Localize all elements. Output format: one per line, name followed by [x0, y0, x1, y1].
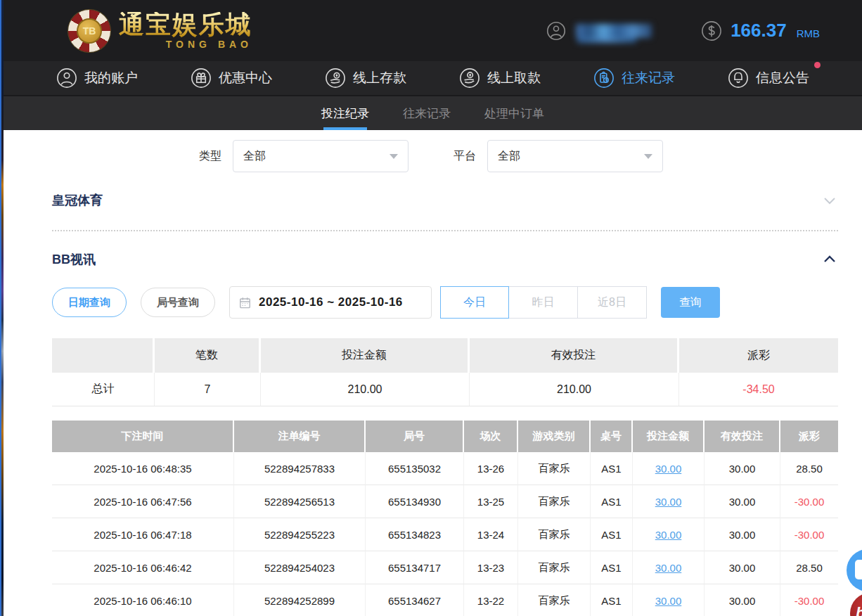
chat-icon: [855, 560, 862, 579]
col-header-session: 场次: [464, 421, 518, 452]
platform-select-value: 全部: [498, 149, 520, 164]
bet-amount-link[interactable]: 30.00: [655, 463, 682, 475]
brand-logo[interactable]: TB 通宝娱乐城 TONG BAO: [68, 10, 252, 52]
summary-header-payout: 派彩: [679, 338, 838, 373]
balance[interactable]: 166.37 RMB: [701, 20, 820, 41]
cell-round: 655134627: [366, 584, 464, 616]
brand-subtitle: TONG BAO: [119, 39, 252, 50]
nav-records[interactable]: 往来记录: [593, 68, 675, 89]
tab-bet-records[interactable]: 投注纪录: [321, 96, 369, 130]
nav-label: 信息公告: [756, 69, 809, 87]
record-subtabs: 投注纪录 往来记录 处理中订单: [4, 96, 862, 130]
nav-withdraw[interactable]: 线上取款: [459, 68, 541, 89]
bet-amount-link[interactable]: 30.00: [655, 562, 682, 574]
page: TB 通宝娱乐城 TONG BAO: [0, 0, 862, 616]
summary-header-bet: 投注金额: [261, 338, 470, 373]
tab-label: 投注纪录: [321, 105, 369, 122]
type-select[interactable]: 全部: [233, 140, 409, 172]
tab-label: 处理中订单: [484, 105, 544, 122]
col-header-payout: 派彩: [780, 421, 838, 452]
cell-valid: 30.00: [705, 518, 780, 551]
tab-label: 往来记录: [403, 105, 451, 122]
cell-payout: -30.00: [780, 485, 838, 518]
collapse-chevron-up-icon[interactable]: [821, 251, 838, 268]
last-8-days-button[interactable]: 近8日: [578, 286, 647, 319]
query-toolbar: 日期查询 局号查询 2025-10-16 ~ 2025-10-16 今日 昨日: [52, 286, 838, 319]
cell-round: 655134717: [366, 551, 464, 584]
date-range-value: 2025-10-16 ~ 2025-10-16: [259, 295, 403, 309]
withdraw-icon: [459, 68, 480, 89]
nav-label: 优惠中心: [219, 69, 272, 87]
cell-time: 2025-10-16 06:46:42: [52, 551, 234, 584]
summary-total-row: 总计 7 210.00 210.00 -34.50: [52, 373, 838, 406]
table-row: 2025-10-16 06:47:18 522894255223 6551348…: [52, 518, 838, 551]
table-row: 2025-10-16 06:46:10 522894252899 6551346…: [52, 584, 838, 616]
cell-session: 13-24: [464, 518, 518, 551]
col-header-round: 局号: [366, 421, 464, 452]
today-button[interactable]: 今日: [440, 286, 509, 319]
col-header-order: 注单编号: [234, 421, 366, 452]
col-header-time: 下注时间: [52, 421, 234, 452]
brand-name: 通宝娱乐城: [119, 12, 252, 37]
brand-text: 通宝娱乐城 TONG BAO: [119, 12, 252, 50]
table-header-row: 下注时间 注单编号 局号 场次 游戏类别 桌号 投注金额 有效投注 派彩: [52, 421, 838, 452]
nav-my-account[interactable]: 我的账户: [56, 68, 138, 89]
cell-game: 百家乐: [518, 485, 591, 518]
cell-time: 2025-10-16 06:46:10: [52, 584, 234, 616]
summary-valid-value: 210.00: [470, 373, 679, 406]
cell-valid: 30.00: [705, 485, 780, 518]
tab-pending-orders[interactable]: 处理中订单: [484, 96, 544, 130]
cell-table: AS1: [591, 518, 633, 551]
user-icon: [56, 68, 77, 89]
cell-game: 百家乐: [518, 518, 591, 551]
nav-deposit[interactable]: 线上存款: [325, 68, 406, 89]
summary-payout-value: -34.50: [679, 373, 838, 406]
cell-round: 655134823: [366, 518, 464, 551]
search-button[interactable]: 查询: [661, 287, 720, 318]
nav-label: 线上存款: [353, 69, 406, 87]
cell-game: 百家乐: [518, 584, 591, 616]
bet-amount-link[interactable]: 30.00: [655, 595, 682, 607]
topbar: TB 通宝娱乐城 TONG BAO: [4, 0, 862, 61]
user-account[interactable]: [546, 21, 652, 41]
cell-valid: 30.00: [705, 452, 780, 485]
date-query-button[interactable]: 日期查询: [52, 288, 127, 317]
cell-time: 2025-10-16 06:48:35: [52, 452, 234, 485]
bet-amount-link[interactable]: 30.00: [655, 529, 682, 541]
summary-header-row: 笔数 投注金额 有效投注 派彩: [52, 338, 838, 373]
platform-select[interactable]: 全部: [487, 140, 663, 172]
cell-order: 522894252899: [234, 584, 366, 616]
type-filter-label: 类型: [199, 149, 221, 164]
cell-payout: 28.50: [780, 551, 838, 584]
round-query-button[interactable]: 局号查询: [141, 288, 215, 317]
cell-time: 2025-10-16 06:47:56: [52, 485, 234, 518]
nav-promotions[interactable]: 优惠中心: [191, 68, 272, 89]
section-crown-sports: 皇冠体育: [52, 192, 838, 209]
date-range-input[interactable]: 2025-10-16 ~ 2025-10-16: [229, 286, 432, 319]
cell-order: 522894254023: [234, 551, 366, 584]
bet-records-table: 下注时间 注单编号 局号 场次 游戏类别 桌号 投注金额 有效投注 派彩 202…: [52, 421, 838, 616]
summary-table: 笔数 投注金额 有效投注 派彩 总计 7 210.00 210.00 -34.5…: [52, 338, 838, 406]
tab-transaction-records[interactable]: 往来记录: [403, 96, 451, 130]
table-row: 2025-10-16 06:47:56 522894256513 6551349…: [52, 485, 838, 518]
section-title: 皇冠体育: [52, 192, 103, 209]
yesterday-button[interactable]: 昨日: [509, 286, 578, 319]
col-header-game: 游戏类别: [518, 421, 591, 452]
chip-tb-label: TB: [77, 18, 102, 44]
main-nav: 我的账户 优惠中心: [4, 61, 862, 96]
cell-valid: 30.00: [705, 584, 780, 616]
cell-session: 13-25: [464, 485, 518, 518]
filter-row: 类型 全部 平台 全部: [199, 140, 838, 172]
table-row: 2025-10-16 06:48:35 522894257833 6551350…: [52, 452, 838, 485]
casino-chip-icon: TB: [68, 10, 110, 52]
collapse-chevron-down-icon[interactable]: [821, 192, 838, 209]
bet-amount-link[interactable]: 30.00: [655, 496, 682, 508]
user-icon: [546, 21, 566, 41]
bell-icon: [728, 68, 749, 89]
cell-round: 655135032: [366, 452, 464, 485]
active-tab-underline: [323, 127, 367, 130]
nav-announcements[interactable]: 信息公告: [728, 68, 809, 89]
cell-game: 百家乐: [518, 551, 591, 584]
cell-order: 522894257833: [234, 452, 366, 485]
cell-time: 2025-10-16 06:47:18: [52, 518, 234, 551]
